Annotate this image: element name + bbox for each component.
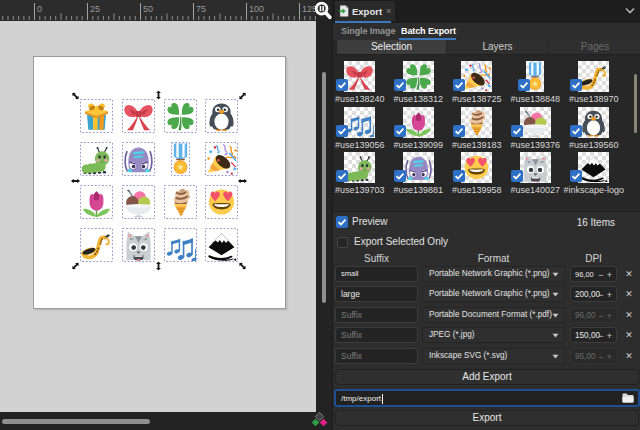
item-thumbnail[interactable] [403,152,434,183]
remove-row-button[interactable]: ✕ [623,330,635,340]
export-button[interactable]: Export [335,410,639,426]
canvas-object-sax[interactable] [80,228,113,262]
tab-layers[interactable]: Layers [447,40,548,54]
format-dropdown[interactable]: Inkscape SVG (*.svg) [422,348,565,364]
item-thumbnail[interactable] [461,61,492,92]
suffix-input[interactable]: small [335,266,418,282]
canvas-object-medal[interactable] [171,142,190,176]
dpi-spinbox[interactable]: 96,00−+ [570,266,617,282]
item-checkbox[interactable] [453,79,465,91]
dpi-spinbox[interactable]: 200,00−+ [570,286,617,302]
export-selected-only-checkbox[interactable] [337,237,348,248]
item-checkbox[interactable] [518,79,530,91]
remove-row-button[interactable]: ✕ [623,351,635,361]
suffix-input[interactable]: Suffix [335,307,418,323]
item-thumbnail[interactable] [403,107,434,138]
tab-single-image[interactable]: Single Image [341,25,395,38]
canvas-object-party[interactable] [205,142,238,176]
dpi-decrease-button[interactable]: − [598,288,603,302]
suffix-input[interactable]: Suffix [335,348,418,364]
item-thumbnail[interactable] [578,107,609,138]
snap-toggle-icon[interactable] [311,412,328,429]
canvas-object-inkscape[interactable] [205,228,238,262]
canvas-vertical-scrollbar[interactable] [316,0,332,430]
dpi-increase-button[interactable]: + [607,288,612,302]
remove-row-button[interactable]: ✕ [623,310,635,320]
format-dropdown[interactable]: Portable Document Format (*.pdf) [422,307,565,323]
canvas-object-hearteyes[interactable] [205,185,238,219]
canvas-object-caterpillar[interactable] [80,142,113,176]
item-checkbox[interactable] [394,79,406,91]
item-thumbnail[interactable] [578,152,609,183]
item-thumbnail[interactable] [344,152,375,183]
item-thumbnail[interactable] [461,152,492,183]
suffix-input[interactable]: large [335,286,418,302]
canvas-object-gift[interactable] [80,99,113,133]
export-mode-tabs: Single Image Batch Export [333,23,640,40]
panel-scrollbar-thumb[interactable] [634,74,637,133]
folder-icon[interactable] [622,393,634,403]
add-export-button[interactable]: Add Export [335,369,639,385]
format-dropdown[interactable]: JPEG (*.jpg) [422,327,565,343]
tab-pages[interactable]: Pages [549,40,640,54]
item-checkbox[interactable] [511,170,523,182]
scale-handle-middle-right[interactable] [238,178,247,184]
item-checkbox[interactable] [394,125,406,137]
canvas-object-tulip[interactable] [80,185,113,219]
scale-handle-top-center[interactable] [156,91,162,100]
item-id-label: #use139958 [452,185,502,195]
item-checkbox[interactable] [570,170,582,182]
preview-label[interactable]: Preview [352,216,388,227]
item-checkbox[interactable] [336,170,348,182]
dpi-decrease-button[interactable]: − [598,329,603,343]
item-checkbox[interactable] [570,79,582,91]
canvas-object-notes[interactable] [164,228,197,262]
item-thumbnail[interactable] [461,107,492,138]
canvas-horizontal-scrollbar[interactable] [0,412,316,430]
dpi-increase-button[interactable]: + [607,268,612,282]
canvas-viewport[interactable] [0,21,316,412]
item-checkbox[interactable] [336,125,348,137]
dpi-increase-button[interactable]: + [607,329,612,343]
item-thumbnail[interactable] [520,107,551,138]
export-selected-only-label[interactable]: Export Selected Only [354,236,448,247]
item-thumbnail[interactable] [578,61,609,92]
canvas-object-penguin[interactable] [205,99,238,133]
dpi-spinbox[interactable]: 150,00−+ [570,327,617,343]
item-id-label: #use139376 [510,140,560,150]
item-thumbnail[interactable] [344,107,375,138]
scale-handle-bottom-center[interactable] [156,262,162,271]
canvas-object-cat[interactable] [122,228,155,262]
suffix-input[interactable]: Suffix [335,327,418,343]
item-checkbox[interactable] [453,170,465,182]
dpi-decrease-button[interactable]: − [598,268,603,282]
item-checkbox[interactable] [511,125,523,137]
canvas-object-clover[interactable] [164,99,197,133]
item-thumbnail[interactable] [520,152,551,183]
export-dialog-tab[interactable]: Export × [335,1,395,21]
tab-selection[interactable]: Selection [337,40,446,54]
canvas-horizontal-scrollbar-thumb[interactable] [2,419,150,424]
canvas-vertical-scrollbar-thumb[interactable] [322,72,326,303]
close-dialog-icon[interactable]: × [385,6,391,16]
scale-handle-middle-left[interactable] [71,178,80,184]
canvas-object-squid[interactable] [122,142,155,176]
item-thumbnail[interactable] [403,61,434,92]
item-checkbox[interactable] [453,125,465,137]
format-dropdown[interactable]: Portable Network Graphic (*.png) [422,286,565,302]
dpi-value: 96,00 [575,309,596,323]
tab-batch-export[interactable]: Batch Export [401,25,456,38]
remove-row-button[interactable]: ✕ [623,269,635,279]
item-checkbox[interactable] [336,79,348,91]
item-thumbnail[interactable] [344,61,375,92]
chevron-down-icon[interactable] [625,7,635,15]
canvas-object-bow[interactable] [122,99,155,133]
export-path-entry[interactable]: /tmp/export [334,389,640,407]
canvas-object-icecream[interactable] [122,185,155,219]
item-checkbox[interactable] [570,125,582,137]
preview-checkbox[interactable] [336,216,348,228]
canvas-object-softserve[interactable] [164,185,197,219]
format-dropdown[interactable]: Portable Network Graphic (*.png) [422,266,565,282]
remove-row-button[interactable]: ✕ [623,289,635,299]
item-checkbox[interactable] [394,170,406,182]
